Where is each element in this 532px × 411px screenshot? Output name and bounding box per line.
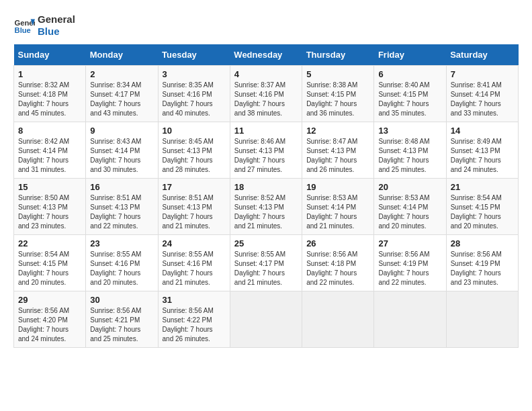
day-number: 9 — [90, 126, 153, 136]
calendar-table: SundayMondayTuesdayWednesdayThursdayFrid… — [13, 44, 519, 348]
col-header-saturday: Saturday — [446, 44, 518, 66]
calendar-cell: 29 Sunrise: 8:56 AMSunset: 4:20 PMDaylig… — [14, 291, 86, 348]
day-detail: Sunrise: 8:45 AMSunset: 4:13 PMDaylight:… — [163, 138, 214, 173]
calendar-cell: 8 Sunrise: 8:42 AMSunset: 4:14 PMDayligh… — [14, 122, 86, 179]
day-detail: Sunrise: 8:56 AMSunset: 4:18 PMDaylight:… — [306, 250, 357, 286]
col-header-sunday: Sunday — [14, 44, 86, 66]
day-number: 4 — [234, 69, 298, 79]
day-detail: Sunrise: 8:53 AMSunset: 4:14 PMDaylight:… — [378, 194, 429, 230]
day-number: 5 — [306, 69, 369, 79]
day-detail: Sunrise: 8:34 AMSunset: 4:17 PMDaylight:… — [90, 81, 141, 117]
logo-icon: General Blue — [13, 15, 35, 36]
day-detail: Sunrise: 8:53 AMSunset: 4:14 PMDaylight:… — [306, 194, 357, 230]
calendar-week-4: 22 Sunrise: 8:54 AMSunset: 4:15 PMDaylig… — [14, 235, 519, 291]
calendar-cell: 18 Sunrise: 8:52 AMSunset: 4:13 PMDaylig… — [230, 179, 302, 235]
day-detail: Sunrise: 8:41 AMSunset: 4:14 PMDaylight:… — [451, 81, 502, 117]
day-detail: Sunrise: 8:52 AMSunset: 4:13 PMDaylight:… — [234, 194, 285, 230]
day-detail: Sunrise: 8:50 AMSunset: 4:13 PMDaylight:… — [18, 194, 69, 230]
calendar-cell: 31 Sunrise: 8:56 AMSunset: 4:22 PMDaylig… — [158, 291, 230, 348]
calendar-cell: 21 Sunrise: 8:54 AMSunset: 4:15 PMDaylig… — [446, 179, 518, 235]
day-number: 18 — [234, 182, 298, 192]
calendar-cell: 12 Sunrise: 8:47 AMSunset: 4:13 PMDaylig… — [302, 122, 374, 179]
day-number: 21 — [451, 182, 514, 192]
calendar-cell: 26 Sunrise: 8:56 AMSunset: 4:18 PMDaylig… — [302, 235, 374, 291]
day-number: 3 — [163, 69, 226, 79]
day-number: 20 — [378, 182, 441, 192]
day-detail: Sunrise: 8:51 AMSunset: 4:13 PMDaylight:… — [90, 194, 141, 230]
calendar-week-5: 29 Sunrise: 8:56 AMSunset: 4:20 PMDaylig… — [14, 291, 519, 348]
calendar-cell: 7 Sunrise: 8:41 AMSunset: 4:14 PMDayligh… — [446, 66, 518, 122]
day-detail: Sunrise: 8:37 AMSunset: 4:16 PMDaylight:… — [234, 81, 285, 117]
day-detail: Sunrise: 8:54 AMSunset: 4:15 PMDaylight:… — [451, 194, 502, 230]
day-detail: Sunrise: 8:46 AMSunset: 4:13 PMDaylight:… — [234, 138, 285, 173]
calendar-cell: 5 Sunrise: 8:38 AMSunset: 4:15 PMDayligh… — [302, 66, 374, 122]
col-header-friday: Friday — [374, 44, 446, 66]
day-detail: Sunrise: 8:40 AMSunset: 4:15 PMDaylight:… — [378, 81, 429, 117]
calendar-cell: 13 Sunrise: 8:48 AMSunset: 4:13 PMDaylig… — [374, 122, 446, 179]
day-detail: Sunrise: 8:43 AMSunset: 4:14 PMDaylight:… — [90, 138, 141, 173]
calendar-week-3: 15 Sunrise: 8:50 AMSunset: 4:13 PMDaylig… — [14, 179, 519, 235]
day-detail: Sunrise: 8:49 AMSunset: 4:13 PMDaylight:… — [451, 138, 502, 173]
calendar-cell: 27 Sunrise: 8:56 AMSunset: 4:19 PMDaylig… — [374, 235, 446, 291]
day-number: 6 — [378, 69, 441, 79]
day-number: 14 — [451, 126, 514, 136]
day-number: 11 — [234, 126, 298, 136]
day-number: 29 — [18, 295, 81, 305]
day-detail: Sunrise: 8:51 AMSunset: 4:13 PMDaylight:… — [163, 194, 214, 230]
day-number: 7 — [451, 69, 514, 79]
logo-line1: General — [38, 13, 75, 26]
calendar-week-2: 8 Sunrise: 8:42 AMSunset: 4:14 PMDayligh… — [14, 122, 519, 179]
calendar-cell: 11 Sunrise: 8:46 AMSunset: 4:13 PMDaylig… — [230, 122, 302, 179]
calendar-cell: 19 Sunrise: 8:53 AMSunset: 4:14 PMDaylig… — [302, 179, 374, 235]
day-detail: Sunrise: 8:55 AMSunset: 4:16 PMDaylight:… — [163, 250, 214, 286]
day-number: 22 — [18, 238, 81, 248]
col-header-monday: Monday — [86, 44, 158, 66]
logo-line2: Blue — [38, 26, 75, 38]
day-number: 12 — [306, 126, 369, 136]
col-header-wednesday: Wednesday — [230, 44, 302, 66]
day-number: 8 — [18, 126, 81, 136]
calendar-cell — [446, 291, 518, 348]
day-number: 16 — [90, 182, 153, 192]
day-detail: Sunrise: 8:47 AMSunset: 4:13 PMDaylight:… — [306, 138, 357, 173]
day-number: 1 — [18, 69, 81, 79]
calendar-cell: 1 Sunrise: 8:32 AMSunset: 4:18 PMDayligh… — [14, 66, 86, 122]
calendar-cell: 20 Sunrise: 8:53 AMSunset: 4:14 PMDaylig… — [374, 179, 446, 235]
day-number: 2 — [90, 69, 153, 79]
calendar-cell — [302, 291, 374, 348]
calendar-cell: 4 Sunrise: 8:37 AMSunset: 4:16 PMDayligh… — [230, 66, 302, 122]
day-detail: Sunrise: 8:55 AMSunset: 4:17 PMDaylight:… — [234, 250, 285, 286]
day-number: 17 — [163, 182, 226, 192]
calendar-cell: 16 Sunrise: 8:51 AMSunset: 4:13 PMDaylig… — [86, 179, 158, 235]
col-header-thursday: Thursday — [302, 44, 374, 66]
day-detail: Sunrise: 8:42 AMSunset: 4:14 PMDaylight:… — [18, 138, 69, 173]
day-detail: Sunrise: 8:56 AMSunset: 4:21 PMDaylight:… — [90, 307, 141, 342]
logo: General Blue General Blue — [13, 13, 75, 38]
calendar-cell: 15 Sunrise: 8:50 AMSunset: 4:13 PMDaylig… — [14, 179, 86, 235]
header: General Blue General Blue — [13, 13, 519, 38]
day-number: 25 — [234, 238, 298, 248]
calendar-cell: 10 Sunrise: 8:45 AMSunset: 4:13 PMDaylig… — [158, 122, 230, 179]
day-number: 13 — [378, 126, 441, 136]
calendar-cell: 30 Sunrise: 8:56 AMSunset: 4:21 PMDaylig… — [86, 291, 158, 348]
calendar-cell: 25 Sunrise: 8:55 AMSunset: 4:17 PMDaylig… — [230, 235, 302, 291]
calendar-cell: 23 Sunrise: 8:55 AMSunset: 4:16 PMDaylig… — [86, 235, 158, 291]
day-number: 27 — [378, 238, 441, 248]
day-number: 10 — [163, 126, 226, 136]
day-detail: Sunrise: 8:56 AMSunset: 4:20 PMDaylight:… — [18, 307, 69, 342]
col-header-tuesday: Tuesday — [158, 44, 230, 66]
calendar-cell: 14 Sunrise: 8:49 AMSunset: 4:13 PMDaylig… — [446, 122, 518, 179]
calendar-cell — [374, 291, 446, 348]
day-number: 28 — [451, 238, 514, 248]
day-number: 19 — [306, 182, 369, 192]
calendar-cell: 17 Sunrise: 8:51 AMSunset: 4:13 PMDaylig… — [158, 179, 230, 235]
day-number: 24 — [163, 238, 226, 248]
calendar-cell — [230, 291, 302, 348]
calendar-cell: 3 Sunrise: 8:35 AMSunset: 4:16 PMDayligh… — [158, 66, 230, 122]
day-detail: Sunrise: 8:55 AMSunset: 4:16 PMDaylight:… — [90, 250, 141, 286]
day-number: 26 — [306, 238, 369, 248]
calendar-cell: 2 Sunrise: 8:34 AMSunset: 4:17 PMDayligh… — [86, 66, 158, 122]
day-detail: Sunrise: 8:35 AMSunset: 4:16 PMDaylight:… — [163, 81, 214, 117]
day-detail: Sunrise: 8:48 AMSunset: 4:13 PMDaylight:… — [378, 138, 429, 173]
calendar-cell: 22 Sunrise: 8:54 AMSunset: 4:15 PMDaylig… — [14, 235, 86, 291]
